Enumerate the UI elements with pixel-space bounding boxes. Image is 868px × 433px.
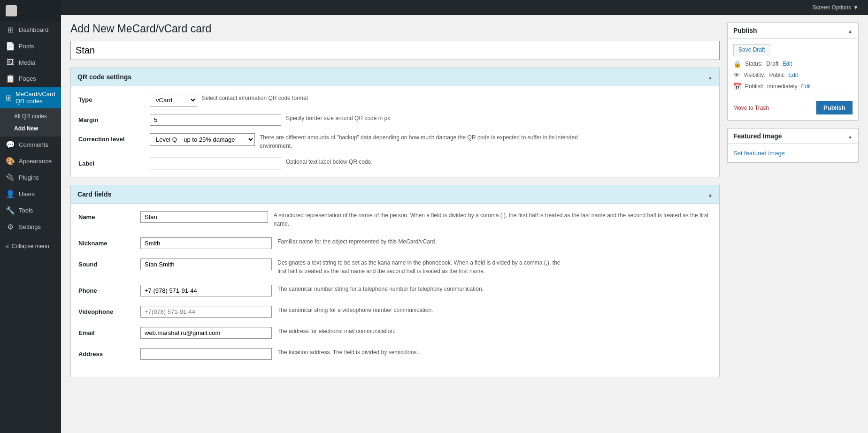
sidebar-item-label: Posts	[19, 43, 34, 50]
collapse-icon: «	[6, 243, 9, 250]
card-fields-body: Name A structured representation of the …	[71, 204, 719, 377]
sidebar-item-label: Appearance	[19, 158, 52, 165]
email-row: Email The address for electronic mail co…	[78, 327, 712, 339]
label-input[interactable]	[150, 158, 281, 169]
videophone-row: Videophone The canonical string for a vi…	[78, 306, 712, 318]
collapse-label: Collapse menu	[12, 243, 49, 250]
publish-button[interactable]: Publish	[816, 101, 853, 114]
publish-time-edit-link[interactable]: Edit	[801, 83, 811, 90]
sound-row: Sound Designates a text string to be set…	[78, 258, 712, 275]
qr-settings-arrow-icon	[708, 73, 713, 81]
address-label: Address	[78, 348, 135, 357]
status-edit-link[interactable]: Edit	[782, 61, 792, 67]
sidebar-item-media[interactable]: 🖼 Media	[0, 54, 61, 70]
phone-row: Phone The canonical number string for a …	[78, 285, 712, 296]
sidebar-item-dashboard[interactable]: ⊞ Dashboard	[0, 22, 61, 38]
sound-label: Sound	[78, 258, 135, 268]
sidebar-item-label: Tools	[19, 207, 33, 214]
screen-options-chevron-icon: ▼	[853, 4, 859, 11]
margin-label: Margin	[78, 114, 144, 123]
sidebar-item-users[interactable]: 👤 Users	[0, 186, 61, 202]
publish-box-header: Publish	[728, 23, 858, 38]
publish-toggle-icon	[848, 27, 853, 34]
visibility-icon: 👁	[733, 71, 740, 79]
email-field: The address for electronic mail communic…	[140, 327, 712, 339]
sidebar-item-tools[interactable]: 🔧 Tools	[0, 202, 61, 219]
featured-image-header: Featured Image	[728, 129, 858, 144]
sidebar-submenu-all-qr[interactable]: All QR codes	[0, 110, 61, 122]
label-field-label: Label	[78, 158, 144, 167]
card-fields-arrow-icon	[708, 190, 713, 198]
appearance-icon: 🎨	[6, 157, 15, 166]
qr-settings-section: QR code settings Type vCard MeCard Selec…	[70, 68, 720, 177]
set-featured-image-link[interactable]: Set featured image	[733, 150, 785, 157]
nickname-label: Nickname	[78, 237, 135, 247]
featured-image-toggle-icon	[848, 132, 853, 140]
screen-options-button[interactable]: Screen Options ▼	[808, 2, 862, 13]
correction-select[interactable]: Level L – up to 7% damage Level M – up t…	[150, 133, 255, 146]
publish-box-toggle-button[interactable]	[848, 27, 853, 34]
phone-input[interactable]	[140, 285, 272, 296]
card-fields-collapse-button[interactable]	[708, 190, 713, 198]
sidebar: ⊞ Dashboard 📄 Posts 🖼 Media 📋 Pages ⊞ Me…	[0, 0, 61, 433]
name-label: Name	[78, 211, 135, 220]
users-icon: 👤	[6, 190, 15, 198]
correction-row: Correction level Level L – up to 7% dama…	[78, 133, 712, 150]
publish-box-body: Save Draft 🔒 Status: Draft Edit 👁 Visibi…	[728, 38, 858, 120]
type-field: vCard MeCard Select contact information …	[150, 94, 712, 106]
visibility-row: 👁 Visibility: Public Edit	[733, 71, 853, 79]
sidebar-item-posts[interactable]: 📄 Posts	[0, 38, 61, 54]
videophone-hint: The canonical string for a videophone nu…	[277, 306, 433, 314]
sidebar-item-settings[interactable]: ⚙ Settings	[0, 219, 61, 235]
visibility-value: Public	[769, 72, 784, 78]
correction-field: Level L – up to 7% damage Level M – up t…	[150, 133, 712, 150]
collapse-menu-button[interactable]: « Collapse menu	[0, 239, 61, 253]
card-fields-header: Card fields	[71, 185, 719, 204]
qr-settings-collapse-button[interactable]	[708, 73, 713, 81]
status-value: Draft	[766, 61, 778, 67]
dashboard-icon: ⊞	[6, 25, 15, 34]
left-panel: Add New MeCard/vCard card QR code settin…	[70, 23, 720, 425]
type-label: Type	[78, 94, 144, 103]
correction-label: Correction level	[78, 133, 144, 143]
type-select[interactable]: vCard MeCard	[150, 94, 197, 106]
name-hint: A structured representation of the name …	[274, 212, 709, 227]
nickname-input[interactable]	[140, 237, 272, 249]
margin-input[interactable]	[150, 114, 281, 126]
publish-time-label: Publish	[745, 83, 763, 90]
name-input[interactable]	[140, 211, 268, 223]
sound-input[interactable]	[140, 258, 272, 270]
post-title-input[interactable]	[70, 41, 720, 60]
move-to-trash-link[interactable]: Move to Trash	[733, 105, 769, 111]
margin-row: Margin Specify border size around QR cod…	[78, 114, 712, 126]
sidebar-item-appearance[interactable]: 🎨 Appearance	[0, 153, 61, 169]
comments-icon: 💬	[6, 140, 15, 149]
sidebar-submenu-add-new[interactable]: Add New	[0, 122, 61, 135]
featured-image-toggle-button[interactable]	[848, 132, 853, 140]
sidebar-item-comments[interactable]: 💬 Comments	[0, 137, 61, 153]
email-input[interactable]	[140, 327, 272, 339]
name-row: Name A structured representation of the …	[78, 211, 712, 228]
address-input[interactable]	[140, 348, 272, 360]
card-fields-title: Card fields	[77, 190, 111, 198]
sidebar-brand	[0, 0, 61, 22]
videophone-input[interactable]	[140, 306, 272, 318]
mecard-icon: ⊞	[6, 93, 12, 102]
page-title: Add New MeCard/vCard card	[70, 23, 720, 35]
publish-box: Publish Save Draft 🔒 Status: Draft Edit	[727, 23, 859, 121]
sound-field: Designates a text string to be set as th…	[140, 258, 712, 275]
sidebar-item-plugins[interactable]: 🔌 Plugins	[0, 169, 61, 186]
qr-settings-header: QR code settings	[71, 68, 719, 86]
sidebar-item-pages[interactable]: 📋 Pages	[0, 70, 61, 87]
featured-image-body: Set featured image	[728, 144, 858, 162]
sidebar-item-label: Comments	[19, 141, 48, 148]
sound-hint: Designates a text string to be set as th…	[277, 258, 568, 275]
sidebar-item-mecard[interactable]: ⊞ MeCard/vCard QR codes	[0, 87, 61, 108]
visibility-edit-link[interactable]: Edit	[788, 72, 798, 78]
featured-image-box: Featured Image Set featured image	[727, 128, 859, 163]
save-draft-button[interactable]: Save Draft	[733, 44, 770, 55]
screen-options-label: Screen Options	[812, 4, 851, 11]
sidebar-item-label: Settings	[19, 223, 41, 230]
margin-field: Specify border size around QR code in px	[150, 114, 712, 126]
status-label: Status:	[745, 61, 762, 67]
